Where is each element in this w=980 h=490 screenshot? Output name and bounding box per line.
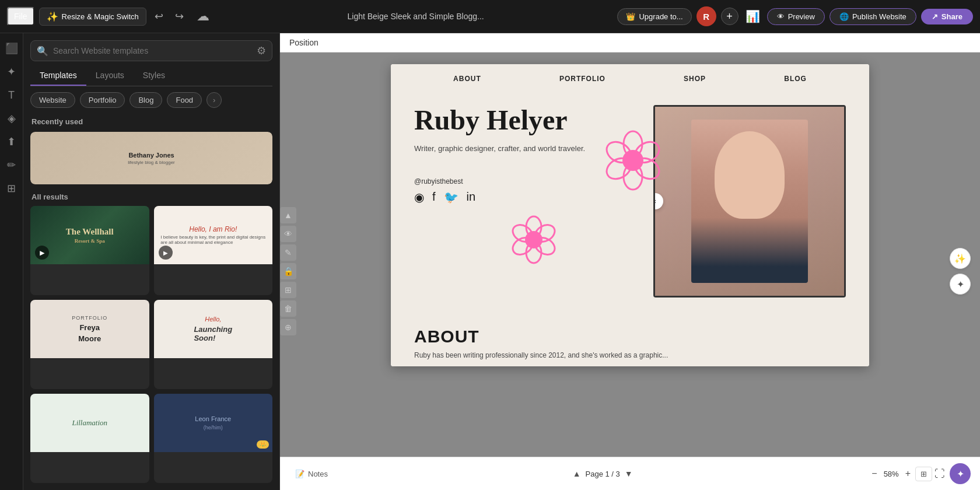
analytics-button[interactable]: 📊: [743, 7, 762, 26]
sidebar-item-uploads[interactable]: ⬆: [1, 131, 22, 152]
magic-switch-button[interactable]: ✨ Resize & Magic Switch: [39, 8, 146, 26]
sidebar-item-brand[interactable]: ◈: [1, 108, 22, 129]
share-label: Share: [942, 12, 963, 21]
collapse-eye-button[interactable]: 👁: [280, 226, 296, 242]
cloud-save-button[interactable]: ☁: [192, 6, 214, 26]
search-icon: 🔍: [37, 46, 48, 57]
avatar[interactable]: R: [696, 6, 716, 26]
tab-styles[interactable]: Styles: [134, 66, 174, 86]
filter-button[interactable]: ⚙: [257, 44, 266, 57]
blog-nav-about[interactable]: ABOUT: [453, 75, 481, 83]
page-indicator: ▲ Page 1 / 3 ▼: [338, 469, 867, 478]
blog-nav-shop[interactable]: SHOP: [684, 75, 706, 83]
bethany-name: Bethany Jones: [128, 152, 174, 159]
tab-templates[interactable]: Templates: [30, 66, 86, 86]
search-input[interactable]: [53, 46, 252, 55]
wellhall-thumb: The Wellhall Resort & Spa ▶: [30, 206, 149, 264]
magic-edit-button[interactable]: ✦: [950, 274, 971, 295]
page-down-button[interactable]: ▼: [625, 469, 633, 478]
blog-nav-portfolio[interactable]: PORTFOLIO: [559, 75, 606, 83]
collapse-copy-button[interactable]: ⊞: [280, 282, 296, 298]
template-card-lillamation[interactable]: Lillamation: [30, 394, 149, 483]
undo-button[interactable]: ↩: [151, 8, 167, 25]
preview-button[interactable]: 👁 Preview: [767, 8, 825, 25]
template-card-freya[interactable]: PORTFOLIO Freya Moore: [30, 300, 149, 389]
sidebar-item-design[interactable]: ⬛: [1, 38, 22, 59]
facebook-icon[interactable]: f: [432, 190, 436, 204]
blog-page: ABOUT PORTFOLIO SHOP BLOG Ruby Helyer Wr…: [391, 64, 869, 366]
sidebar-item-text[interactable]: T: [1, 85, 22, 106]
recently-used-grid: Bethany Jones lifestyle blog & blogger: [23, 128, 279, 188]
magic-switch-label: Resize & Magic Switch: [62, 12, 139, 21]
top-nav: File ✨ Resize & Magic Switch ↩ ↪ ☁ Light…: [0, 0, 980, 33]
zoom-controls: − 58% +: [872, 468, 911, 479]
template-card-wellhall[interactable]: The Wellhall Resort & Spa ▶: [30, 206, 149, 295]
ai-assist-button[interactable]: ✨: [950, 248, 971, 269]
canvas-side-controls: ▲ 👁 ✎ 🔒 ⊞ 🗑 ⊕: [280, 207, 296, 335]
tab-layouts[interactable]: Layouts: [86, 66, 134, 86]
chip-more[interactable]: ›: [206, 92, 222, 108]
hero-name: Ruby Helyer: [414, 105, 642, 136]
add-button[interactable]: +: [721, 8, 738, 25]
filter-chips: Website Portfolio Blog Food ›: [23, 86, 279, 114]
upgrade-button[interactable]: 👑 Upgrade to...: [617, 8, 691, 25]
zoom-in-button[interactable]: +: [905, 468, 911, 479]
notes-label: Notes: [308, 470, 328, 478]
sidebar-item-elements[interactable]: ✦: [1, 61, 22, 82]
page-text: Page 1 / 3: [586, 470, 620, 478]
position-label: Position: [289, 38, 318, 47]
hero-social-icons: ◉ f 🐦 in: [414, 190, 642, 204]
sidebar-item-draw[interactable]: ✏: [1, 155, 22, 176]
collapse-lock-button[interactable]: 🔒: [280, 263, 296, 279]
crown-badge: 👑: [257, 440, 269, 449]
rio-thumb: Hello, I am Rio! I believe beauty is key…: [154, 206, 273, 264]
globe-icon: 🌐: [839, 12, 849, 21]
canvas-container[interactable]: ▲ 👁 ✎ 🔒 ⊞ 🗑 ⊕ ABOUT PORTFOLIO SHOP BLOG: [280, 52, 980, 490]
redo-button[interactable]: ↪: [172, 8, 187, 25]
crown-icon: 👑: [626, 12, 635, 21]
publish-label: Publish Website: [852, 12, 907, 21]
publish-button[interactable]: 🌐 Publish Website: [830, 8, 916, 25]
template-card-launching[interactable]: Hello, LaunchingSoon!: [154, 300, 273, 389]
recently-used-bethany[interactable]: Bethany Jones lifestyle blog & blogger: [30, 132, 272, 184]
chip-food[interactable]: Food: [167, 92, 202, 108]
collapse-edit-button[interactable]: ✎: [280, 244, 296, 261]
instagram-icon[interactable]: ◉: [414, 190, 424, 204]
about-title: ABOUT: [414, 327, 846, 346]
view-btns: ⊞ ⛶: [915, 467, 945, 481]
hero-photo: ‹: [653, 105, 846, 298]
zoom-out-button[interactable]: −: [872, 468, 877, 479]
magic-assist-button[interactable]: ✦: [950, 463, 971, 484]
zoom-value: 58%: [881, 470, 902, 478]
grid-view-button[interactable]: ⊞: [915, 467, 932, 481]
notes-icon: 📝: [295, 470, 304, 478]
collapse-up-button[interactable]: ▲: [280, 207, 296, 223]
page-up-button[interactable]: ▲: [573, 469, 581, 478]
right-toolbar: ✨ ✦: [950, 248, 971, 295]
twitter-icon[interactable]: 🐦: [444, 190, 459, 204]
chip-portfolio[interactable]: Portfolio: [80, 92, 125, 108]
file-menu-button[interactable]: File: [7, 7, 34, 26]
blog-hero: Ruby Helyer Writer, graphic designer, cr…: [391, 93, 869, 315]
sidebar-item-apps[interactable]: ⊞: [1, 178, 22, 199]
collapse-delete-button[interactable]: 🗑: [280, 300, 296, 317]
template-card-rio[interactable]: Hello, I am Rio! I believe beauty is key…: [154, 206, 273, 295]
fullscreen-button[interactable]: ⛶: [935, 467, 945, 481]
linkedin-icon[interactable]: in: [467, 190, 476, 204]
eye-icon: 👁: [777, 12, 785, 21]
template-card-leon[interactable]: Leon France (he/him) 👑: [154, 394, 273, 483]
chip-blog[interactable]: Blog: [130, 92, 162, 108]
launching-thumb: Hello, LaunchingSoon!: [154, 300, 273, 358]
canvas-toolbar: Position: [280, 33, 980, 52]
play-icon: ▶: [159, 246, 173, 260]
blog-nav-blog[interactable]: BLOG: [784, 75, 807, 83]
share-button[interactable]: ↗ Share: [921, 9, 973, 24]
collapse-add-button[interactable]: ⊕: [280, 319, 296, 335]
magic-icon: ✨: [47, 11, 58, 22]
doc-title: Light Beige Sleek and Simple Blogg...: [328, 12, 503, 21]
left-panel: 🔍 ⚙ Templates Layouts Styles Website Por…: [23, 33, 280, 490]
templates-grid: The Wellhall Resort & Spa ▶ Hello, I am …: [23, 204, 279, 490]
notes-button[interactable]: 📝 Notes: [289, 466, 334, 482]
bottom-bar: 📝 Notes ▲ Page 1 / 3 ▼ − 58% + ⊞ ⛶ ✦: [280, 457, 980, 490]
chip-website[interactable]: Website: [30, 92, 75, 108]
